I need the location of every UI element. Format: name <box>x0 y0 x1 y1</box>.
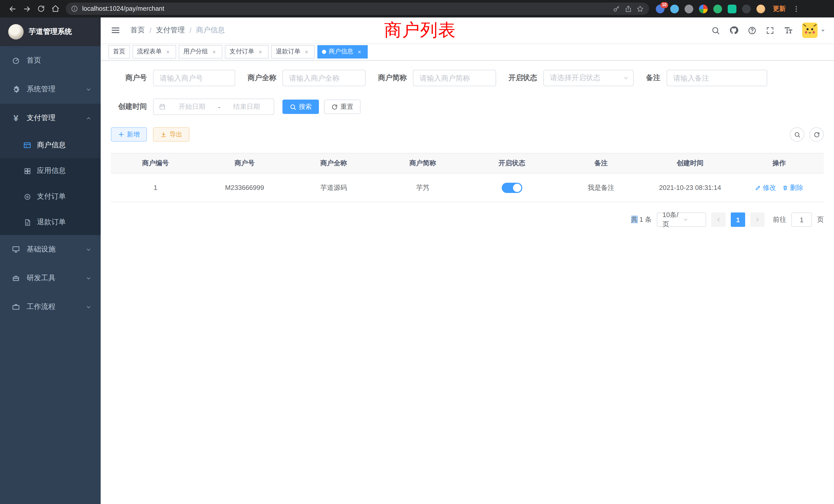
extension-icon-gray[interactable] <box>684 4 693 13</box>
tab-process-form[interactable]: 流程表单 <box>132 45 176 58</box>
goto-label: 前往 <box>773 215 786 224</box>
tab-close-icon[interactable] <box>211 48 218 55</box>
extension-icon-green-circle[interactable] <box>713 4 722 13</box>
tab-close-icon[interactable] <box>303 48 310 55</box>
prev-page-button[interactable] <box>711 212 726 227</box>
sidebar-item-refund-order[interactable]: 退款订单 <box>0 209 101 235</box>
sidebar-item-dev-tools[interactable]: 研发工具 <box>0 264 101 293</box>
header-search-icon[interactable] <box>711 26 720 35</box>
tab-label: 流程表单 <box>137 47 162 56</box>
extension-icon-green-square[interactable] <box>728 4 737 13</box>
payment-submenu: 商户信息 应用信息 支付订单 <box>0 132 101 235</box>
tab-close-icon[interactable] <box>164 48 172 55</box>
add-button[interactable]: 新增 <box>111 127 147 142</box>
dashboard-icon <box>11 56 21 65</box>
filter-row-1: 商户号 商户全称 商户简称 开启状态 请选择开启状态 <box>111 70 824 86</box>
github-icon[interactable] <box>729 26 739 35</box>
search-button[interactable]: 搜索 <box>282 99 319 114</box>
status-toggle[interactable] <box>502 182 522 193</box>
font-size-icon[interactable] <box>784 26 793 35</box>
extension-icon-blue[interactable]: 10 <box>656 4 664 13</box>
tab-close-icon[interactable] <box>356 48 363 55</box>
user-avatar-button[interactable] <box>802 23 826 38</box>
edit-link[interactable]: 修改 <box>755 183 776 192</box>
date-start-placeholder[interactable]: 开始日期 <box>170 102 214 111</box>
sidebar-item-infrastructure[interactable]: 基础设施 <box>0 235 101 264</box>
sidebar-item-system[interactable]: 系统管理 <box>0 75 101 104</box>
pagination-total-rest: 1 条 <box>638 215 652 223</box>
merchant-table: 商户编号 商户号 商户全称 商户简称 开启状态 备注 创建时间 操作 1 M23… <box>111 153 824 202</box>
app-logo[interactable]: 芋道管理系统 <box>0 18 101 46</box>
breadcrumb-home[interactable]: 首页 <box>130 26 145 35</box>
sidebar-item-payment[interactable]: ¥ 支付管理 <box>0 104 101 132</box>
sidebar-item-label: 基础设施 <box>27 245 56 254</box>
tab-pay-order[interactable]: 支付订单 <box>225 45 269 58</box>
delete-link[interactable]: 删除 <box>783 183 804 192</box>
next-page-button[interactable] <box>750 212 765 227</box>
refresh-table-button[interactable] <box>809 127 824 142</box>
site-info-icon[interactable] <box>71 5 78 12</box>
tab-user-group[interactable]: 用户分组 <box>179 45 222 58</box>
chevron-down-icon <box>623 75 629 81</box>
browser-window: localhost:1024/pay/merchant 10 更新 <box>0 0 834 504</box>
sidebar-item-app-info[interactable]: 应用信息 <box>0 158 101 184</box>
share-icon[interactable] <box>624 5 632 13</box>
browser-menu-button[interactable] <box>792 5 800 13</box>
status-label: 开启状态 <box>508 73 537 83</box>
sidebar-item-merchant-info[interactable]: 商户信息 <box>0 132 101 158</box>
search-icon <box>290 104 296 110</box>
sidebar-item-home[interactable]: 首页 <box>0 46 101 75</box>
back-button[interactable] <box>5 2 20 16</box>
arrow-left-icon <box>8 4 17 13</box>
home-button[interactable] <box>48 2 63 16</box>
reset-button[interactable]: 重置 <box>324 99 360 114</box>
sidebar-item-workflow[interactable]: 工作流程 <box>0 293 101 321</box>
toggle-search-button[interactable] <box>790 127 804 142</box>
bookmark-star-icon[interactable] <box>636 5 644 13</box>
extension-icon-drop[interactable] <box>670 4 679 13</box>
chevron-down-icon <box>682 216 702 223</box>
sidebar-item-pay-order[interactable]: 支付订单 <box>0 184 101 209</box>
password-key-icon[interactable] <box>613 5 620 13</box>
page-number-1[interactable]: 1 <box>731 212 745 227</box>
tab-close-icon[interactable] <box>257 48 264 55</box>
tab-home[interactable]: 首页 <box>108 45 130 58</box>
date-range-picker[interactable]: 开始日期 - 结束日期 <box>153 98 274 115</box>
help-icon[interactable] <box>748 26 756 35</box>
url-text[interactable]: localhost:1024/pay/merchant <box>82 5 609 12</box>
reset-button-label: 重置 <box>341 102 353 111</box>
forward-button[interactable] <box>20 2 34 16</box>
merchant-no-input[interactable] <box>153 70 235 86</box>
refresh-button[interactable] <box>34 2 48 16</box>
breadcrumb: 首页 / 支付管理 / 商户信息 <box>130 26 225 35</box>
date-end-placeholder[interactable]: 结束日期 <box>224 102 269 111</box>
browser-toolbar: localhost:1024/pay/merchant 10 更新 <box>0 0 834 18</box>
browser-update-button[interactable]: 更新 <box>773 4 786 13</box>
toggle-knob <box>513 183 521 192</box>
profile-avatar-icon[interactable] <box>756 4 765 13</box>
remark-input[interactable] <box>666 70 767 86</box>
extension-icon-dark[interactable] <box>742 4 751 13</box>
chevron-up-icon <box>86 115 91 121</box>
cell-full-name: 芋道源码 <box>289 183 378 192</box>
bank-card-icon <box>23 141 32 150</box>
fullscreen-icon[interactable] <box>766 26 774 35</box>
tab-merchant-info[interactable]: 商户信息 <box>317 45 368 58</box>
chevron-right-icon <box>754 216 761 223</box>
merchant-fullname-input[interactable] <box>282 70 366 86</box>
address-bar[interactable]: localhost:1024/pay/merchant <box>66 3 649 15</box>
table-header: 商户号 <box>200 159 289 168</box>
export-button[interactable]: 导出 <box>153 127 190 142</box>
gear-icon <box>11 85 21 93</box>
table-header-row: 商户编号 商户号 商户全称 商户简称 开启状态 备注 创建时间 操作 <box>111 153 824 174</box>
extension-icon-google[interactable] <box>699 4 708 13</box>
merchant-shortname-input[interactable] <box>413 70 496 86</box>
tab-refund-order[interactable]: 退款订单 <box>271 45 315 58</box>
sidebar-toggle-button[interactable] <box>109 24 122 37</box>
goto-page-input[interactable] <box>791 212 812 227</box>
sidebar-item-label: 系统管理 <box>27 85 56 94</box>
status-select[interactable]: 请选择开启状态 <box>543 70 634 86</box>
cell-short-name: 芋艿 <box>378 183 467 192</box>
page-size-select[interactable]: 10条/页 <box>657 212 706 227</box>
breadcrumb-payment[interactable]: 支付管理 <box>156 26 185 35</box>
